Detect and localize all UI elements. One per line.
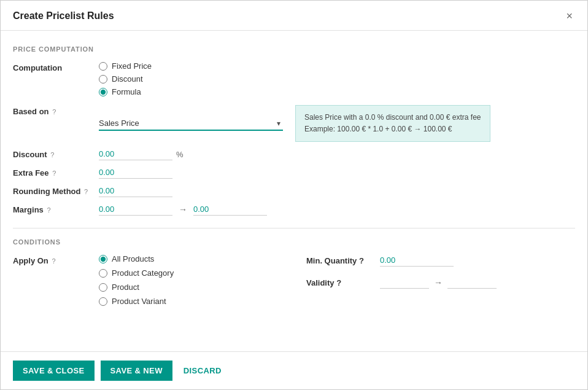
validity-to-input[interactable]	[447, 276, 497, 289]
product-variant-option[interactable]: Product Variant	[99, 297, 174, 306]
info-line2: Example: 100.00 € * 1.0 + 0.00 € → 100.0…	[304, 123, 481, 135]
based-on-label: Based on ?	[13, 105, 99, 116]
fixed-price-radio[interactable]	[99, 62, 107, 71]
save-new-button[interactable]: SAVE & NEW	[101, 361, 172, 381]
fixed-price-label: Fixed Price	[112, 61, 152, 71]
conditions-grid: Apply On ? All Products	[13, 254, 575, 312]
margins-to-input[interactable]	[193, 203, 267, 216]
create-pricelist-dialog: Create Pricelist Rules × PRICE COMPUTATI…	[0, 0, 588, 390]
computation-options: Fixed Price Discount Formula	[99, 61, 575, 96]
fixed-price-option[interactable]: Fixed Price	[99, 61, 152, 71]
product-variant-radio[interactable]	[99, 297, 107, 306]
formula-label: Formula	[112, 87, 141, 96]
extra-fee-label: Extra Fee ?	[13, 166, 99, 177]
validity-label: Validity ?	[306, 278, 380, 287]
based-on-select[interactable]: Sales Price Other Pricelist Cost	[99, 117, 283, 131]
info-line1: Sales Price with a 0.0 % discount and 0.…	[304, 112, 481, 123]
min-quantity-help[interactable]: ?	[359, 256, 364, 265]
computation-label: Computation	[13, 61, 99, 72]
discount-row: Discount ? %	[13, 148, 575, 160]
rounding-method-label: Rounding Method ?	[13, 185, 99, 196]
product-category-option[interactable]: Product Category	[99, 268, 174, 278]
discount-option[interactable]: Discount	[99, 74, 152, 84]
discount-suffix: %	[176, 150, 184, 159]
product-category-radio[interactable]	[99, 269, 107, 278]
margins-row: Margins ? →	[13, 203, 575, 216]
apply-on-column: Apply On ? All Products	[13, 254, 282, 312]
based-on-help[interactable]: ?	[52, 108, 56, 115]
validity-from-input[interactable]	[380, 276, 429, 289]
apply-on-row: Apply On ? All Products	[13, 254, 282, 306]
dialog-body: PRICE COMPUTATION Computation Fixed Pric…	[1, 31, 587, 351]
product-label: Product	[112, 283, 139, 292]
min-quantity-input[interactable]	[380, 254, 454, 267]
apply-on-label: Apply On ?	[13, 254, 99, 265]
dialog-header: Create Pricelist Rules ×	[1, 1, 587, 31]
dialog-footer: SAVE & CLOSE SAVE & NEW DISCARD	[1, 351, 587, 389]
validity-row: Validity ? →	[306, 276, 575, 289]
margins-control: →	[99, 203, 575, 216]
product-category-label: Product Category	[112, 268, 174, 278]
margins-inputs: →	[99, 203, 267, 216]
product-variant-label: Product Variant	[112, 297, 166, 306]
price-computation-label: PRICE COMPUTATION	[13, 45, 575, 53]
rounding-method-input[interactable]	[99, 185, 172, 197]
price-computation-section: PRICE COMPUTATION Computation Fixed Pric…	[13, 45, 575, 216]
save-close-button[interactable]: SAVE & CLOSE	[13, 361, 95, 381]
rounding-method-row: Rounding Method ?	[13, 185, 575, 197]
discount-help[interactable]: ?	[50, 151, 54, 158]
based-on-control: Sales Price Other Pricelist Cost ▾ Sales…	[99, 105, 575, 142]
apply-on-help[interactable]: ?	[52, 257, 55, 265]
conditions-right-column: Min. Quantity ? Validity ? →	[306, 254, 575, 312]
based-on-select-wrapper: Sales Price Other Pricelist Cost ▾	[99, 117, 283, 131]
apply-on-control: All Products Product Category Product	[99, 254, 282, 306]
dialog-title: Create Pricelist Rules	[13, 10, 114, 21]
section-divider	[13, 228, 575, 228]
all-products-radio[interactable]	[99, 255, 107, 263]
min-quantity-label: Min. Quantity ?	[306, 256, 380, 265]
discount-label: Discount	[112, 74, 143, 84]
based-on-row: Based on ? Sales Price Other Pricelist C…	[13, 105, 575, 142]
validity-help[interactable]: ?	[336, 278, 341, 287]
formula-option[interactable]: Formula	[99, 87, 152, 96]
margins-help[interactable]: ?	[47, 206, 50, 214]
validity-arrow-icon: →	[434, 278, 443, 287]
formula-radio[interactable]	[99, 88, 107, 96]
conditions-section: CONDITIONS Apply On ? All P	[13, 238, 575, 312]
extra-fee-control	[99, 166, 575, 179]
computation-row: Computation Fixed Price Discount	[13, 61, 575, 96]
product-option[interactable]: Product	[99, 283, 174, 292]
discard-button[interactable]: DISCARD	[179, 361, 226, 381]
close-button[interactable]: ×	[563, 9, 575, 23]
extra-fee-input[interactable]	[99, 166, 172, 179]
discount-input[interactable]	[99, 148, 172, 160]
min-quantity-row: Min. Quantity ?	[306, 254, 575, 267]
all-products-label: All Products	[112, 254, 154, 263]
all-products-option[interactable]: All Products	[99, 254, 174, 263]
conditions-label: CONDITIONS	[13, 238, 575, 246]
margins-from-input[interactable]	[99, 203, 172, 216]
margins-arrow-icon: →	[179, 205, 187, 214]
info-box: Sales Price with a 0.0 % discount and 0.…	[295, 105, 490, 142]
rounding-help[interactable]: ?	[84, 188, 88, 195]
extra-fee-help[interactable]: ?	[52, 170, 56, 177]
discount-field-label: Discount ?	[13, 148, 99, 159]
computation-radio-group: Fixed Price Discount Formula	[99, 61, 152, 96]
margins-label: Margins ?	[13, 203, 99, 214]
discount-control: %	[99, 148, 575, 160]
rounding-method-control	[99, 185, 575, 197]
apply-on-radios: All Products Product Category Product	[99, 254, 174, 306]
product-radio[interactable]	[99, 283, 107, 292]
extra-fee-row: Extra Fee ?	[13, 166, 575, 179]
discount-radio[interactable]	[99, 75, 107, 84]
